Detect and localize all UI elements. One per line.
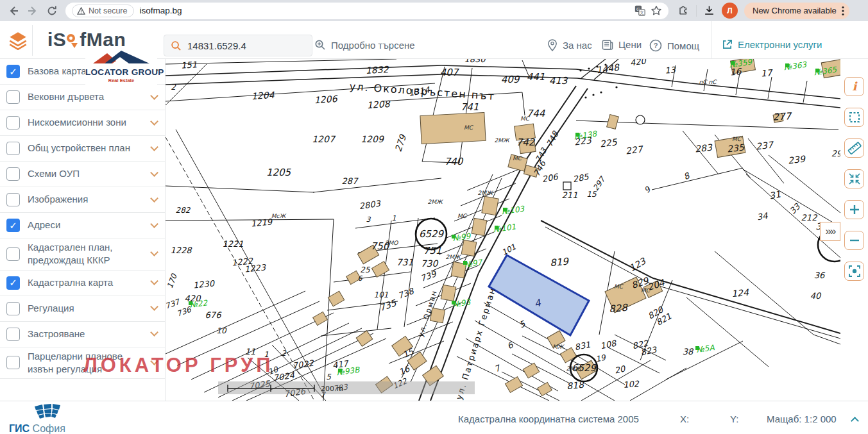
scale-bar [218,381,475,394]
checkbox-unchecked[interactable] [6,116,20,129]
parcel-number: 741 [461,101,479,113]
expand-panel-button[interactable]: »» [820,222,840,241]
nav-about[interactable]: За нас [547,39,592,51]
parcel-number: 16 [397,363,412,377]
zoom-in-button[interactable] [844,200,864,219]
parcel-number: 5 [326,372,332,381]
chevron-down-icon[interactable] [150,117,158,126]
checkbox-checked[interactable]: ✓ [6,219,20,232]
layers-icon[interactable] [8,31,28,50]
parcel-number: 739 [419,269,438,283]
pin-icon [547,39,557,51]
fullscreen-button[interactable] [844,169,864,188]
info-button[interactable]: i [844,77,864,96]
building-footprint [420,112,486,144]
checkbox-unchecked[interactable] [6,90,20,104]
address-number: №138 [574,129,598,141]
sidebar-layer-item[interactable]: ✓Адреси [0,213,165,238]
browser-forward-button[interactable] [24,3,41,19]
nav-prices[interactable]: Цени [602,39,642,50]
parcel-boundary [545,227,650,283]
eservices-link[interactable]: Електронни услуги [722,39,822,50]
checkbox-unchecked[interactable] [6,142,20,155]
parcel-boundary [768,77,772,99]
checkbox-checked[interactable]: ✓ [6,65,20,78]
chevron-down-icon[interactable] [150,220,158,228]
gis-sofia-logo[interactable]: ГИС София [9,404,80,434]
search-input[interactable]: 14831.6529.4 [164,35,312,56]
layer-label: Общ устройствен план [28,142,144,154]
chevron-down-icon[interactable] [150,143,158,151]
sidebar-layer-item[interactable]: Схеми ОУП [0,162,165,187]
search-plus-icon [314,39,326,51]
chevron-down-icon[interactable] [150,92,158,100]
chevron-down-icon[interactable] [150,169,158,177]
parcel-number: 1228 [170,246,192,255]
browser-reload-button[interactable] [44,3,60,19]
zoom-out-button[interactable] [844,231,864,250]
sidebar-layer-item[interactable]: Нискоемисионни зони [0,110,165,136]
translate-icon[interactable]: G文 [634,5,645,16]
extensions-icon[interactable] [677,4,690,17]
profile-avatar[interactable]: Л [722,3,738,19]
not-secure-chip[interactable]: Not secure [72,4,134,17]
parcel-number: 285 [572,172,590,184]
building-footprint [356,331,373,347]
sidebar-layer-item[interactable]: Вековни дървета [0,85,165,110]
checkbox-unchecked[interactable] [6,302,20,315]
advanced-search-button[interactable]: Подробно търсене [314,39,415,51]
map-canvas[interactable]: 4652965291511830183221204120612081207120… [166,59,840,401]
app-logo[interactable]: iSfMan [47,29,126,51]
chevron-up-icon[interactable] [851,417,859,425]
map-symbol-square [563,182,571,190]
checkbox-checked[interactable]: ✓ [6,276,20,290]
building-footprint [538,382,552,396]
sidebar-layer-item[interactable]: Застрояване [0,322,165,347]
parcel-number: 1208 [366,99,391,111]
sidebar-layer-item[interactable]: Общ устройствен план [0,136,165,162]
address-number: №22 [189,298,209,310]
select-area-button[interactable] [844,108,864,127]
building-type-note: 2МЖ [477,190,493,196]
address-bar[interactable]: Not secure isofmap.bg G文 [65,3,668,19]
building-footprint [482,196,498,215]
nav-help[interactable]: ? Помощ [649,39,699,52]
measure-button[interactable] [844,138,864,158]
parcel-number: 283 [694,142,713,154]
new-chrome-button[interactable]: New Chrome available [744,3,849,19]
checkbox-unchecked[interactable] [6,328,20,341]
sidebar-layer-item[interactable]: Кадастрален план, предхождащ КККР [0,238,165,271]
map-dot [588,67,590,69]
browser-back-button[interactable] [5,3,22,19]
parcel-boundary [467,162,525,271]
address-number: №363 [783,60,808,72]
circled-parcel-label: 6529 [419,228,445,240]
locate-button[interactable] [844,262,864,281]
sidebar-layer-item[interactable]: ✓Кадастрална карта [0,271,165,296]
checkbox-unchecked[interactable] [6,193,20,206]
sidebar-layer-item[interactable]: Регулация [0,296,165,322]
menu-dots-icon[interactable] [842,6,844,16]
bookmark-star-icon[interactable] [651,5,662,17]
chevron-down-icon[interactable] [150,277,158,285]
parcel-number: 1223 [244,262,267,274]
chevron-down-icon[interactable] [150,194,158,203]
building-type-note: 2МО [385,240,398,246]
parcel-number: 409 [501,74,520,85]
parcel-number: 828 [609,302,629,315]
chevron-down-icon[interactable] [150,248,158,256]
chevron-down-icon[interactable] [150,328,158,337]
chevron-down-icon[interactable] [150,303,158,311]
select-area-icon [847,110,862,125]
download-icon[interactable] [703,4,715,17]
url-text[interactable]: isofmap.bg [139,6,182,15]
parcel-number: 751 [423,245,442,256]
parcel-boundary [321,328,391,336]
checkbox-unchecked[interactable] [6,167,20,181]
checkbox-unchecked[interactable] [6,356,20,369]
sidebar-layer-item[interactable]: Изображения [0,187,165,213]
logo-pin-icon [67,34,79,46]
checkbox-unchecked[interactable] [6,247,20,261]
parcel-number: 740 [445,156,464,167]
parcel-number: 287 [342,176,359,186]
